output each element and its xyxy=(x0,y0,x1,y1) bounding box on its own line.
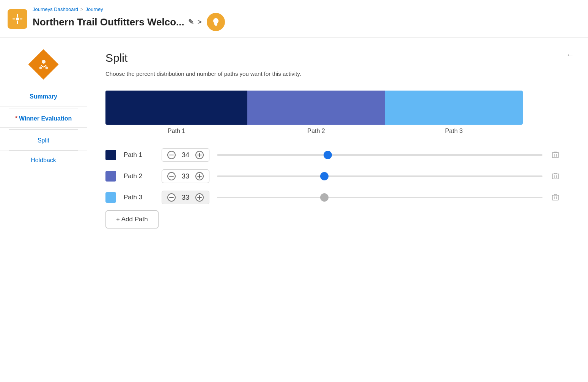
split-label: Split xyxy=(38,137,49,144)
path-stepper-3: 33 xyxy=(162,191,209,204)
breadcrumb-separator: > xyxy=(80,6,83,12)
slider-track-1 xyxy=(217,154,542,156)
svg-rect-16 xyxy=(552,174,558,179)
breadcrumb-dashboard-link[interactable]: Journeys Dashboard xyxy=(33,6,78,12)
path-name-1: Path 1 xyxy=(124,151,154,159)
breadcrumb-top: Journeys Dashboard > Journey xyxy=(33,6,225,12)
sidebar-navigation: Summary *Winner Evaluation Split Holdbac… xyxy=(0,87,87,170)
path-chart xyxy=(105,91,523,125)
slider-track-3 xyxy=(217,197,542,198)
delete-path-3[interactable] xyxy=(550,192,561,203)
stepper-value-2: 33 xyxy=(180,172,191,180)
holdback-label: Holdback xyxy=(31,157,56,163)
winner-label: Winner Evaluation xyxy=(19,115,72,122)
stepper-plus-2[interactable] xyxy=(195,172,204,180)
svg-rect-1 xyxy=(214,24,217,25)
svg-rect-23 xyxy=(552,195,558,200)
svg-rect-15 xyxy=(199,174,200,178)
chart-label-path2: Path 2 xyxy=(247,128,385,135)
breadcrumb-journey-link[interactable]: Journey xyxy=(86,6,103,12)
path-color-box-3 xyxy=(105,192,116,203)
chart-label-path3: Path 3 xyxy=(385,128,523,135)
breadcrumb: Journeys Dashboard > Journey Northern Tr… xyxy=(33,6,225,31)
sidebar: Summary *Winner Evaluation Split Holdbac… xyxy=(0,38,87,382)
slider-wrapper-3[interactable] xyxy=(217,194,542,200)
stepper-minus-3[interactable] xyxy=(167,193,176,202)
add-path-button[interactable]: + Add Path xyxy=(105,210,159,229)
path-color-box-1 xyxy=(105,150,116,160)
delete-path-2[interactable] xyxy=(550,171,561,182)
slider-thumb-2[interactable] xyxy=(320,172,329,180)
chart-bar-path3 xyxy=(385,91,523,125)
split-title: Split xyxy=(105,52,570,64)
slider-thumb-1[interactable] xyxy=(324,151,332,159)
slider-wrapper-1[interactable] xyxy=(217,152,542,158)
header-arrow-icon: > xyxy=(198,18,202,26)
chart-bar-path1 xyxy=(105,91,247,125)
svg-rect-20 xyxy=(169,197,174,198)
svg-rect-22 xyxy=(199,195,200,200)
svg-rect-2 xyxy=(215,25,217,26)
journey-title-text: Northern Trail Outfitters Welco... xyxy=(33,16,184,28)
slider-wrapper-2[interactable] xyxy=(217,173,542,179)
split-icon-diamond xyxy=(28,49,59,80)
chart-bar-path2 xyxy=(247,91,385,125)
svg-rect-9 xyxy=(552,153,558,158)
svg-point-4 xyxy=(39,67,42,69)
stepper-minus-1[interactable] xyxy=(167,151,176,159)
asterisk-mark: * xyxy=(15,115,17,122)
back-arrow-button[interactable]: ← xyxy=(566,50,574,60)
svg-point-0 xyxy=(16,17,19,20)
app-header: Journeys Dashboard > Journey Northern Tr… xyxy=(0,0,588,38)
bulb-icon-circle[interactable] xyxy=(207,13,225,31)
sidebar-item-summary[interactable]: Summary xyxy=(0,87,87,106)
path-row-3: Path 3 33 xyxy=(105,191,561,204)
summary-label: Summary xyxy=(30,93,57,100)
app-layout: Summary *Winner Evaluation Split Holdbac… xyxy=(0,38,588,382)
path-row-2: Path 2 33 xyxy=(105,169,561,183)
stepper-plus-1[interactable] xyxy=(195,151,204,159)
stepper-plus-3[interactable] xyxy=(195,193,204,202)
path-name-2: Path 2 xyxy=(124,172,154,180)
path-name-3: Path 3 xyxy=(124,194,154,201)
stepper-value-1: 34 xyxy=(180,151,191,159)
path-stepper-1: 34 xyxy=(162,148,209,162)
main-content: ← Split Choose the percent distribution … xyxy=(87,38,588,382)
path-chart-labels: Path 1 Path 2 Path 3 xyxy=(105,128,523,135)
sidebar-item-holdback[interactable]: Holdback xyxy=(0,151,87,170)
svg-point-3 xyxy=(42,60,46,64)
page-title: Northern Trail Outfitters Welco... ✎ > xyxy=(33,13,225,31)
path-row-1: Path 1 34 xyxy=(105,148,561,162)
app-logo xyxy=(8,9,27,29)
svg-point-5 xyxy=(45,67,48,69)
paths-list: Path 1 34 Path 2 xyxy=(105,148,561,204)
sidebar-item-winner[interactable]: *Winner Evaluation xyxy=(0,110,87,128)
sidebar-divider-1 xyxy=(9,108,78,108)
svg-rect-6 xyxy=(169,155,174,155)
stepper-value-3: 33 xyxy=(180,194,191,202)
chart-label-path1: Path 1 xyxy=(105,128,247,135)
path-stepper-2: 33 xyxy=(162,169,209,183)
edit-icon[interactable]: ✎ xyxy=(188,18,194,26)
stepper-minus-2[interactable] xyxy=(167,172,176,180)
sidebar-divider-2 xyxy=(9,129,78,130)
slider-thumb-3[interactable] xyxy=(320,193,329,202)
svg-rect-13 xyxy=(169,176,174,177)
path-color-box-2 xyxy=(105,171,116,182)
split-description: Choose the percent distribution and numb… xyxy=(105,70,570,77)
delete-path-1[interactable] xyxy=(550,150,561,160)
slider-track-2 xyxy=(217,175,542,177)
sidebar-item-split[interactable]: Split xyxy=(0,131,87,150)
svg-rect-8 xyxy=(199,153,200,157)
add-path-label: + Add Path xyxy=(116,216,148,223)
